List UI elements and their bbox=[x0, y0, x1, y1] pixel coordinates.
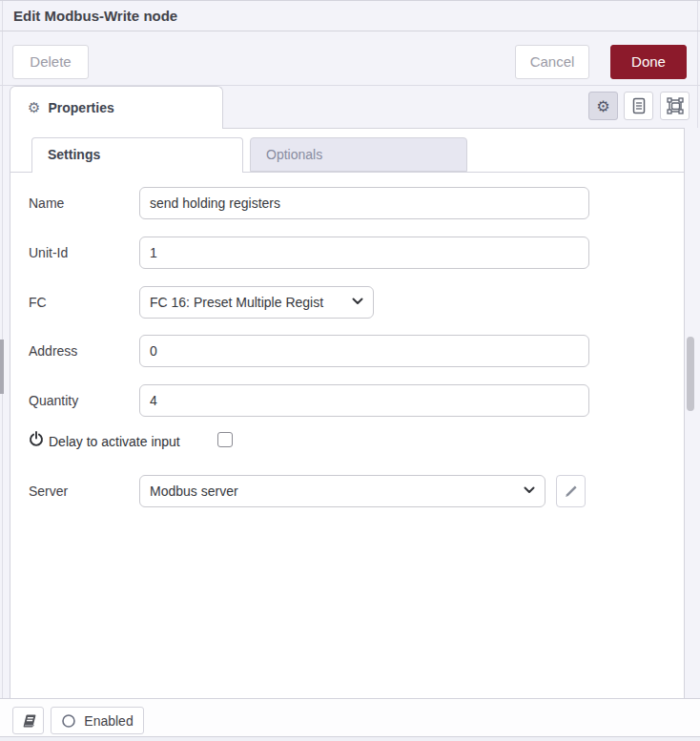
fc-select[interactable]: FC 16: Preset Multiple Regist bbox=[139, 286, 374, 319]
document-icon bbox=[631, 97, 647, 114]
cancel-button[interactable]: Cancel bbox=[515, 45, 589, 79]
properties-icon-button[interactable]: ⚙ bbox=[588, 92, 618, 120]
footer-bottom-divider bbox=[0, 736, 700, 737]
delete-button[interactable]: Delete bbox=[12, 45, 89, 79]
power-icon bbox=[29, 431, 44, 447]
name-label: Name bbox=[29, 196, 64, 211]
tab-properties[interactable]: ⚙ Properties bbox=[10, 86, 223, 129]
description-icon-button[interactable] bbox=[624, 92, 653, 120]
book-icon bbox=[20, 713, 37, 729]
enabled-label: Enabled bbox=[84, 713, 133, 729]
status-circle-icon bbox=[61, 713, 76, 729]
quantity-input[interactable] bbox=[139, 384, 589, 417]
bottom-strip bbox=[0, 737, 700, 741]
address-label: Address bbox=[29, 343, 77, 359]
server-select-value: Modbus server bbox=[150, 484, 238, 499]
unit-id-input[interactable] bbox=[139, 237, 589, 269]
chevron-down-icon bbox=[352, 298, 363, 305]
address-input[interactable] bbox=[139, 335, 589, 367]
tab-settings[interactable]: Settings bbox=[31, 137, 243, 173]
gear-icon: ⚙ bbox=[28, 99, 40, 116]
gear-icon: ⚙ bbox=[596, 97, 609, 115]
edit-server-button[interactable] bbox=[556, 475, 586, 507]
properties-tab-label: Properties bbox=[48, 100, 113, 115]
fc-label: FC bbox=[29, 295, 47, 310]
header-divider bbox=[0, 31, 700, 31]
panel-scrollbar-thumb[interactable] bbox=[687, 337, 694, 411]
chevron-down-icon bbox=[524, 486, 535, 494]
edit-node-dialog: Edit Modbus-Write node Delete Cancel Don… bbox=[0, 0, 700, 741]
footer-divider bbox=[0, 698, 700, 699]
docs-button[interactable] bbox=[12, 707, 44, 734]
delay-checkbox[interactable] bbox=[217, 432, 233, 447]
enabled-toggle-button[interactable]: Enabled bbox=[51, 707, 144, 734]
left-scrollbar-thumb[interactable] bbox=[0, 340, 4, 394]
window-right-border bbox=[697, 1, 698, 128]
pencil-icon bbox=[564, 484, 578, 499]
appearance-icon-button[interactable] bbox=[660, 92, 690, 120]
tab-optionals[interactable]: Optionals bbox=[250, 137, 467, 172]
name-input[interactable] bbox=[139, 187, 589, 219]
done-button[interactable]: Done bbox=[610, 45, 687, 79]
server-select[interactable]: Modbus server bbox=[139, 475, 546, 507]
unit-id-label: Unit-Id bbox=[29, 245, 68, 260]
delay-label: Delay to activate input bbox=[49, 434, 180, 449]
dialog-title: Edit Modbus-Write node bbox=[13, 1, 177, 31]
quantity-label: Quantity bbox=[29, 393, 78, 408]
appearance-icon bbox=[667, 97, 684, 114]
fc-select-value: FC 16: Preset Multiple Regist bbox=[150, 295, 323, 310]
server-label: Server bbox=[29, 484, 68, 499]
